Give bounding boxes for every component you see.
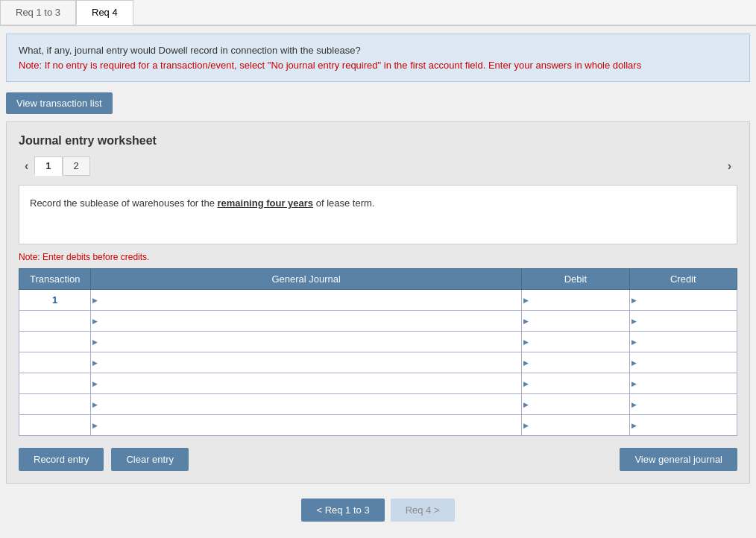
credit-input[interactable]: [633, 419, 734, 432]
journal-input[interactable]: [94, 314, 518, 328]
table-row: [19, 311, 737, 332]
clear-entry-button[interactable]: Clear entry: [111, 448, 189, 471]
credit-input[interactable]: [633, 356, 734, 370]
journal-input[interactable]: [94, 294, 518, 307]
tab-req1to3[interactable]: Req 1 to 3: [0, 0, 76, 25]
bottom-navigation: < Req 1 to 3 Req 4 >: [0, 499, 756, 522]
view-general-journal-button[interactable]: View general journal: [620, 448, 737, 471]
transaction-cell: [19, 373, 91, 394]
table-row: [19, 352, 737, 373]
transaction-cell: [19, 394, 91, 415]
view-transaction-button[interactable]: View transaction list: [6, 92, 113, 114]
col-header-debit: Debit: [522, 269, 629, 290]
credit-input[interactable]: [633, 398, 734, 411]
credit-input[interactable]: [633, 377, 734, 390]
journal-cell: [91, 394, 522, 415]
credit-cell: [629, 373, 737, 394]
journal-input[interactable]: [94, 419, 518, 432]
transaction-cell: [19, 352, 91, 373]
col-header-transaction: Transaction: [19, 269, 91, 290]
page-navigation: ‹ 1 2 ›: [19, 156, 737, 176]
debit-cell: [522, 290, 629, 311]
journal-cell: [91, 311, 522, 332]
debit-cell: [522, 332, 629, 352]
info-box: What, if any, journal entry would Dowell…: [6, 34, 750, 82]
action-buttons: Record entry Clear entry View general jo…: [19, 448, 737, 471]
debit-cell: [522, 373, 629, 394]
debit-input[interactable]: [525, 356, 626, 370]
table-row: 1: [19, 290, 737, 311]
next-page-button[interactable]: ›: [722, 156, 737, 176]
transaction-cell: 1: [19, 290, 91, 311]
credit-cell: [629, 311, 737, 332]
credit-cell: [629, 352, 737, 373]
journal-cell: [91, 332, 522, 352]
table-row: [19, 373, 737, 394]
main-tabs: Req 1 to 3 Req 4: [0, 0, 756, 25]
page-tab-2[interactable]: 2: [63, 156, 90, 176]
journal-table: Transaction General Journal Debit Credit…: [19, 268, 737, 436]
credit-input[interactable]: [633, 314, 734, 328]
table-row: [19, 394, 737, 415]
info-note: Note: If no entry is required for a tran…: [19, 58, 737, 73]
debit-input[interactable]: [525, 398, 626, 411]
record-entry-button[interactable]: Record entry: [19, 448, 104, 471]
description-text: Record the sublease of warehouses for th…: [30, 197, 374, 209]
credit-input[interactable]: [633, 335, 734, 349]
table-row: [19, 332, 737, 352]
page-tabs: 1 2: [34, 156, 721, 176]
journal-input[interactable]: [94, 335, 518, 349]
bottom-next-button: Req 4 >: [391, 499, 455, 522]
debit-input[interactable]: [525, 294, 626, 307]
credit-cell: [629, 415, 737, 436]
debit-cell: [522, 394, 629, 415]
journal-input[interactable]: [94, 398, 518, 411]
credit-input[interactable]: [633, 294, 734, 307]
journal-input[interactable]: [94, 377, 518, 390]
transaction-cell: [19, 332, 91, 352]
debit-cell: [522, 415, 629, 436]
debit-input[interactable]: [525, 377, 626, 390]
journal-cell: [91, 352, 522, 373]
col-header-journal: General Journal: [91, 269, 522, 290]
debit-cell: [522, 311, 629, 332]
debit-input[interactable]: [525, 314, 626, 328]
debit-input[interactable]: [525, 335, 626, 349]
worksheet-container: Journal entry worksheet ‹ 1 2 › Record t…: [6, 121, 750, 484]
journal-cell: [91, 290, 522, 311]
tab-req4[interactable]: Req 4: [76, 0, 133, 25]
bottom-prev-button[interactable]: < Req 1 to 3: [301, 499, 384, 522]
debit-input[interactable]: [525, 419, 626, 432]
transaction-cell: [19, 415, 91, 436]
table-row: [19, 415, 737, 436]
page-tab-1[interactable]: 1: [34, 156, 62, 176]
col-header-credit: Credit: [629, 269, 737, 290]
credit-cell: [629, 394, 737, 415]
journal-input[interactable]: [94, 356, 518, 370]
credit-cell: [629, 332, 737, 352]
prev-page-button[interactable]: ‹: [19, 156, 34, 176]
journal-cell: [91, 415, 522, 436]
note-debits: Note: Enter debits before credits.: [19, 252, 737, 262]
description-box: Record the sublease of warehouses for th…: [19, 185, 737, 244]
journal-cell: [91, 373, 522, 394]
credit-cell: [629, 290, 737, 311]
transaction-cell: [19, 311, 91, 332]
info-question: What, if any, journal entry would Dowell…: [19, 43, 737, 58]
worksheet-title: Journal entry worksheet: [19, 134, 737, 148]
debit-cell: [522, 352, 629, 373]
